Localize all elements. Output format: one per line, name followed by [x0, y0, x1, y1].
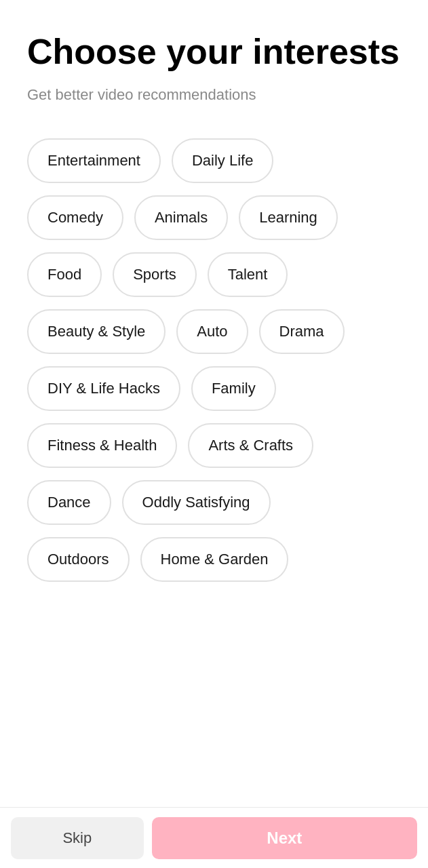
interests-grid: EntertainmentDaily LifeComedyAnimalsLear…: [27, 138, 401, 582]
interests-row: EntertainmentDaily Life: [27, 138, 401, 183]
interests-row: OutdoorsHome & Garden: [27, 537, 401, 582]
interests-row: ComedyAnimalsLearning: [27, 195, 401, 240]
interest-chip[interactable]: Family: [191, 366, 276, 411]
interest-chip[interactable]: Fitness & Health: [27, 423, 177, 468]
interest-chip[interactable]: Auto: [176, 309, 248, 354]
interests-row: DanceOddly Satisfying: [27, 480, 401, 525]
interest-chip[interactable]: DIY & Life Hacks: [27, 366, 180, 411]
bottom-bar: Skip Next: [0, 807, 428, 868]
interests-row: Fitness & HealthArts & Crafts: [27, 423, 401, 468]
page-title: Choose your interests: [27, 33, 401, 71]
interest-chip[interactable]: Dance: [27, 480, 111, 525]
skip-button[interactable]: Skip: [11, 817, 144, 859]
interest-chip[interactable]: Learning: [239, 195, 338, 240]
interest-chip[interactable]: Daily Life: [172, 138, 273, 183]
interest-chip[interactable]: Food: [27, 252, 102, 297]
interest-chip[interactable]: Beauty & Style: [27, 309, 166, 354]
interest-chip[interactable]: Entertainment: [27, 138, 161, 183]
interests-row: DIY & Life HacksFamily: [27, 366, 401, 411]
interest-chip[interactable]: Home & Garden: [140, 537, 289, 582]
interests-row: Beauty & StyleAutoDrama: [27, 309, 401, 354]
interest-chip[interactable]: Oddly Satisfying: [122, 480, 271, 525]
interest-chip[interactable]: Animals: [134, 195, 228, 240]
interest-chip[interactable]: Arts & Crafts: [188, 423, 313, 468]
interest-chip[interactable]: Talent: [208, 252, 288, 297]
next-button[interactable]: Next: [152, 817, 417, 859]
interest-chip[interactable]: Comedy: [27, 195, 123, 240]
interests-row: FoodSportsTalent: [27, 252, 401, 297]
interest-chip[interactable]: Sports: [113, 252, 197, 297]
page-subtitle: Get better video recommendations: [27, 85, 401, 106]
interest-chip[interactable]: Outdoors: [27, 537, 130, 582]
main-content: Choose your interests Get better video r…: [0, 0, 428, 663]
interest-chip[interactable]: Drama: [259, 309, 345, 354]
